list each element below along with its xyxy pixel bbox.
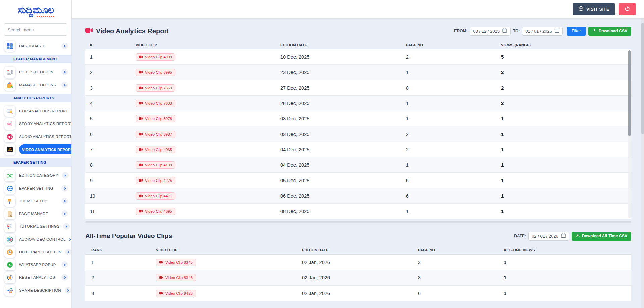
gear-icon (4, 183, 15, 194)
newspaper-icon (4, 67, 15, 78)
sidebar-item-label: AUDIO ANALYTICS REPORT (19, 135, 72, 139)
svg-text:VIDEO: VIDEO (8, 150, 12, 151)
row-number: 2 (85, 70, 136, 75)
table-vertical-scrollbar[interactable] (628, 50, 631, 218)
sidebar-item-label: RESET ANALYTICS (19, 275, 58, 279)
col-header: EDITION DATE (302, 248, 418, 252)
sidebar-item-dashboard[interactable]: DASHBOARD (0, 40, 71, 52)
sidebar-item-old-epaper-button[interactable]: OLD EPAPER BUTTON (0, 246, 71, 258)
clip-analytics-icon (4, 106, 15, 117)
edition-date-cell: 06 Dec, 2025 (280, 193, 406, 199)
page-title: Video Analytics Report (96, 27, 169, 35)
table-row: 10 Video Clip 4471 06 Dec, 2025 6 1 (85, 188, 631, 204)
video-clip-label: Video Clip 8346 (165, 276, 193, 280)
report-table-body: 1 Video Clip 4939 10 Dec, 2025 2 5 2 Vid… (85, 49, 631, 219)
section-label: EPAPER SETTING (13, 160, 46, 164)
col-header: # (85, 43, 136, 47)
video-clip-link[interactable]: Video Clip 4695 (136, 208, 175, 215)
power-icon (625, 6, 630, 12)
visit-site-button[interactable]: VISIT SITE (573, 3, 615, 15)
video-clip-link[interactable]: Video Clip 3987 (136, 131, 175, 138)
video-clip-link[interactable]: Video Clip 8345 (156, 259, 196, 266)
sidebar-item-story-analytics-report[interactable]: STORY STORY ANALYTICS REPORT (0, 117, 71, 130)
svg-text:4K: 4K (8, 147, 11, 150)
views-cell: 1 (501, 116, 631, 121)
edition-date-cell: 03 Dec, 2025 (280, 116, 406, 121)
page-no-cell: 6 (406, 178, 501, 183)
table-horizontal-scrollbar[interactable] (85, 221, 631, 223)
filter-button[interactable]: Filter (567, 27, 586, 36)
video-camera-icon (139, 148, 143, 151)
sidebar-item-theme-setup[interactable]: THEME SETUP (0, 195, 71, 207)
sidebar-section-epaper-setting: EPAPER SETTING (0, 158, 71, 167)
chevron-right-icon (69, 239, 70, 240)
page-scrollbar[interactable] (641, 18, 644, 308)
to-date-input[interactable]: 02 / 01 / 2026 (522, 27, 563, 36)
page-no-cell: 3 (418, 260, 504, 265)
whatsapp-icon (4, 259, 15, 270)
calendar-icon (561, 233, 566, 239)
scrollbar-thumb[interactable] (628, 50, 631, 136)
download-alltime-csv-button[interactable]: Download All-Time CSV (572, 232, 631, 241)
sidebar-item-label: THEME SETUP (19, 199, 58, 203)
sidebar-section-epaper-management: EPAPER MANAGEMENT (0, 55, 71, 63)
sidebar-item-video-analytics-report[interactable]: 4KVIDEO VIDEO ANALYTICS REPORT (0, 143, 71, 156)
page-no-cell: 1 (406, 162, 501, 168)
sidebar-item-clip-analytics-report[interactable]: CLIP ANALYTICS REPORT (0, 105, 71, 117)
chevron-right-icon (65, 249, 72, 255)
views-cell: 1 (501, 208, 631, 214)
date-label: DATE: (514, 234, 526, 238)
video-clip-link[interactable]: Video Clip 8428 (156, 290, 196, 297)
sidebar-item-edition-category[interactable]: EDITION CATEGORY (0, 169, 71, 182)
sidebar-item-page-manage[interactable]: PAGE MANAGE (0, 207, 71, 220)
edition-date-cell: 05 Dec, 2025 (280, 178, 406, 183)
row-number: 4 (85, 101, 136, 106)
sidebar-item-share-description[interactable]: SHARE DESCRIPTION (0, 284, 71, 297)
search-menu-input[interactable] (4, 23, 67, 36)
video-clip-link[interactable]: Video Clip 4471 (136, 192, 175, 200)
alltime-title: All-Time Popular Video Clips (85, 232, 172, 240)
chevron-right-icon (61, 82, 68, 88)
rank-cell: 2 (85, 275, 156, 280)
download-csv-button[interactable]: Download CSV (588, 27, 631, 36)
video-clip-cell: Video Clip 3987 (136, 131, 280, 138)
video-clip-link[interactable]: Video Clip 4939 (136, 53, 175, 61)
sidebar-item-audio-analytics-report[interactable]: AUDIO ANALYTICS REPORT (0, 130, 71, 143)
sidebar-item-whatsapp-popup[interactable]: WHATSAPP POPUP (0, 258, 71, 271)
video-clip-link[interactable]: Video Clip 6995 (136, 69, 175, 76)
sidebar-item-tutorial-settings[interactable]: TUTORIAL SETTINGS (0, 220, 71, 233)
video-clip-link[interactable]: Video Clip 4275 (136, 177, 175, 184)
to-date-value: 02 / 01 / 2026 (525, 29, 552, 34)
video-clip-link[interactable]: Video Clip 3978 (136, 115, 175, 122)
views-cell: 1 (501, 193, 631, 199)
video-camera-icon (85, 28, 93, 34)
sidebar-item-epaper-setting[interactable]: EPAPER SETTING (0, 182, 71, 195)
scrollbar-thumb[interactable] (641, 23, 644, 134)
from-date-input[interactable]: 03 / 12 / 2025 (470, 27, 511, 36)
video-clip-link[interactable]: Video Clip 7569 (136, 84, 175, 92)
table-row: 2 Video Clip 8346 02 Jan, 2026 3 1 (85, 270, 631, 286)
alltime-date-value: 02 / 01 / 2026 (532, 234, 558, 239)
brand-logo[interactable]: ಸುದ್ದಿಮೂಲ (0, 0, 71, 20)
calendar-icon (502, 28, 507, 34)
col-header: EDITION DATE (280, 43, 406, 47)
video-camera-icon (139, 102, 143, 105)
sidebar-item-reset-analytics[interactable]: RESET ANALYTICS (0, 271, 71, 284)
video-clip-label: Video Clip 4065 (145, 148, 172, 152)
video-clip-cell: Video Clip 8428 (156, 290, 302, 297)
alltime-date-input[interactable]: 02 / 01 / 2026 (528, 232, 569, 241)
sidebar-item-audio-video-control[interactable]: AUDIO/VIDEO CONTROL (0, 233, 71, 246)
table-row: 1 Video Clip 4939 10 Dec, 2025 2 5 (85, 49, 631, 65)
row-number: 11 (85, 209, 136, 214)
video-clip-link[interactable]: Video Clip 4065 (136, 146, 175, 153)
page-icon (4, 208, 15, 219)
video-clip-link[interactable]: Video Clip 8346 (156, 274, 196, 281)
edition-date-cell: 04 Dec, 2025 (280, 147, 406, 152)
video-clip-link[interactable]: Video Clip 4139 (136, 161, 175, 169)
table-row: 3 Video Clip 7569 27 Dec, 2025 8 2 (85, 80, 631, 96)
download-alltime-csv-label: Download All-Time CSV (582, 234, 627, 238)
video-clip-link[interactable]: Video Clip 7633 (136, 100, 175, 107)
logout-power-button[interactable] (619, 3, 636, 15)
sidebar-item-publish-edition[interactable]: PUBLISH EDITION (0, 66, 71, 79)
sidebar-item-manage-editions[interactable]: MANAGE EDITIONS (0, 79, 71, 91)
